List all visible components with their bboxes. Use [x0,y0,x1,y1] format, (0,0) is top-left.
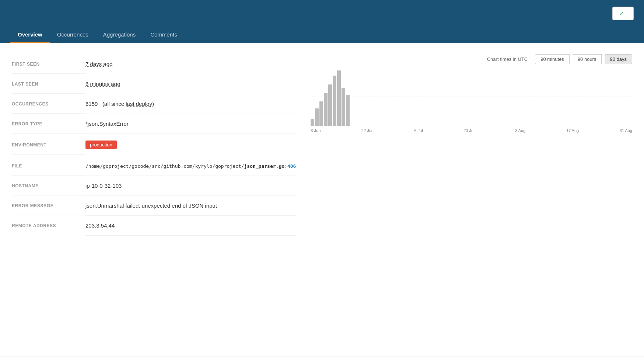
left-info: FIRST SEEN 7 days ago LAST SEEN 6 minute… [12,54,296,236]
axis-label-7: 31 Aug [620,128,632,133]
axis-label-6: 17 Aug [566,128,579,133]
value-last-seen: 6 minutes ago [85,74,296,94]
label-file: FILE [12,157,85,176]
last-deploy-link[interactable]: last deploy [126,101,152,107]
label-error-message: ERROR MESSAGE [12,197,85,215]
axis-label-3: 6 Jul [414,128,423,133]
chart-axis: 8 Jun 22 Jun 6 Jul 20 Jul 3 Aug 17 Aug 3… [311,128,632,133]
first-seen-link[interactable]: 7 days ago [85,61,112,67]
right-chart: Chart times in UTC 90 minutes 90 hours 9… [296,54,632,236]
bar-item [324,93,328,126]
tab-comments[interactable]: Comments [143,27,185,43]
time-btn-90hours[interactable]: 90 hours [573,54,602,64]
bar-item [311,119,314,126]
tab-occurrences[interactable]: Occurrences [50,27,96,43]
bar-item [315,108,319,126]
chart-utc-label: Chart times in UTC [487,56,528,62]
axis-label-5: 3 Aug [515,128,525,133]
bar-item [319,101,323,126]
remote-address-text: 203.3.54.44 [85,222,115,229]
value-environment: production [85,134,296,156]
axis-label-4: 20 Jul [463,128,474,133]
label-hostname: HOSTNAME [12,177,85,195]
chart-controls: Chart times in UTC 90 minutes 90 hours 9… [311,54,632,64]
axis-label-2: 22 Jun [361,128,374,133]
error-message-text: json.Unmarshal failed: unexpected end of… [85,202,217,209]
label-first-seen: FIRST SEEN [12,55,85,74]
value-error-message: json.Unmarshal failed: unexpected end of… [85,196,296,216]
axis-label-1: 8 Jun [311,128,321,133]
overview-layout: FIRST SEEN 7 days ago LAST SEEN 6 minute… [12,54,632,236]
chart-wrapper: 8 Jun 22 Jun 6 Jul 20 Jul 3 Aug 17 Aug 3… [311,67,632,133]
time-btn-90days[interactable]: 90 days [605,54,632,64]
environment-badge: production [85,141,117,149]
info-grid: FIRST SEEN 7 days ago LAST SEEN 6 minute… [12,54,296,236]
value-file: /home/goproject/gocode/src/github.com/ky… [85,156,296,176]
tab-aggregations[interactable]: Aggregations [96,27,143,43]
bar-chart [311,67,632,126]
label-occurrences: OCCURRENCES [12,95,85,114]
bar-item [346,95,350,126]
resolve-button[interactable]: ✓ [612,7,634,20]
resolve-check-icon: ✓ [619,10,624,17]
label-environment: ENVIRONMENT [12,136,85,155]
page-header: ✓ [0,0,644,27]
file-path: /home/goproject/gocode/src/github.com/ky… [85,163,296,169]
time-btn-90min[interactable]: 90 minutes [535,54,570,64]
main-content: FIRST SEEN 7 days ago LAST SEEN 6 minute… [0,43,644,356]
bar-item [342,88,345,126]
file-line-link[interactable]: 406 [287,163,296,169]
value-error-type: *json.SyntaxError [85,114,296,134]
chart-dashed-line [311,97,632,97]
bar-item [337,70,341,126]
value-remote-address: 203.3.54.44 [85,216,296,236]
occurrence-count: 6159 [85,101,98,107]
hostname-text: ip-10-0-32-103 [85,183,122,189]
tab-overview[interactable]: Overview [10,27,50,43]
error-type-text: *json.SyntaxError [85,121,129,127]
bar-item [333,76,336,126]
nav-bar: Overview Occurrences Aggregations Commen… [0,27,644,43]
value-hostname: ip-10-0-32-103 [85,176,296,196]
label-remote-address: REMOTE ADDRESS [12,216,85,235]
last-seen-link[interactable]: 6 minutes ago [85,81,120,87]
value-occurrences: 6159 (all since last deploy) [85,94,296,114]
value-first-seen: 7 days ago [85,54,296,74]
label-error-type: ERROR TYPE [12,115,85,134]
label-last-seen: LAST SEEN [12,75,85,94]
bar-item [328,84,332,126]
